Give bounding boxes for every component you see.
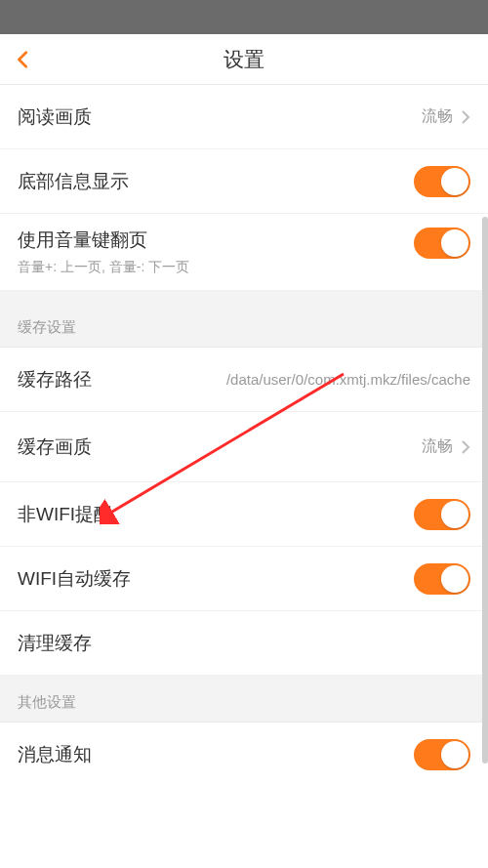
status-bar [0, 0, 488, 34]
row-label: 使用音量键翻页 [18, 227, 189, 253]
toggle-knob [441, 168, 468, 195]
row-label: WIFI自动缓存 [18, 566, 131, 592]
toggle-knob [441, 565, 468, 593]
row-clear-cache[interactable]: 清理缓存 [0, 611, 488, 676]
toggle-wifi-auto[interactable] [414, 563, 470, 595]
row-label: 缓存画质 [18, 434, 92, 460]
toggle-notifications[interactable] [414, 739, 470, 770]
chevron-left-icon [13, 49, 34, 70]
row-label: 清理缓存 [18, 631, 92, 656]
row-cache-quality[interactable]: 缓存画质 流畅 [0, 412, 488, 482]
row-value: 流畅 [422, 106, 453, 127]
section-header-cache: 缓存设置 [0, 291, 488, 348]
row-sublabel: 音量+: 上一页, 音量-: 下一页 [18, 259, 189, 276]
row-notifications: 消息通知 [0, 723, 488, 787]
toggle-knob [441, 229, 468, 257]
toggle-knob [441, 501, 468, 528]
page-title: 设置 [224, 46, 264, 73]
row-volume-flip: 使用音量键翻页 音量+: 上一页, 音量-: 下一页 [0, 214, 488, 291]
back-button[interactable] [12, 48, 35, 71]
chevron-right-icon [461, 109, 470, 125]
chevron-right-icon [461, 439, 470, 455]
scrollbar[interactable] [482, 217, 488, 764]
toggle-bottom-info[interactable] [414, 166, 470, 197]
toggle-knob [441, 741, 468, 768]
row-label: 非WIFI提醒 [18, 502, 112, 527]
row-non-wifi: 非WIFI提醒 [0, 482, 488, 547]
row-label: 阅读画质 [18, 104, 92, 130]
header-bar: 设置 [0, 34, 488, 85]
row-label: 缓存路径 [18, 367, 92, 393]
row-reading-quality[interactable]: 阅读画质 流畅 [0, 85, 488, 149]
row-bottom-info: 底部信息显示 [0, 149, 488, 214]
row-wifi-auto: WIFI自动缓存 [0, 547, 488, 611]
row-value: 流畅 [422, 436, 453, 457]
toggle-non-wifi[interactable] [414, 499, 470, 530]
row-label: 消息通知 [18, 742, 92, 767]
row-value: /data/user/0/com.xmtj.mkz/files/cache [226, 371, 470, 388]
row-label: 底部信息显示 [18, 169, 129, 194]
row-cache-path[interactable]: 缓存路径 /data/user/0/com.xmtj.mkz/files/cac… [0, 348, 488, 412]
toggle-volume-flip[interactable] [414, 227, 470, 259]
settings-list: 阅读画质 流畅 底部信息显示 使用音量键翻页 音量+: 上一页, 音量-: 下一… [0, 85, 488, 787]
section-header-other: 其他设置 [0, 676, 488, 723]
